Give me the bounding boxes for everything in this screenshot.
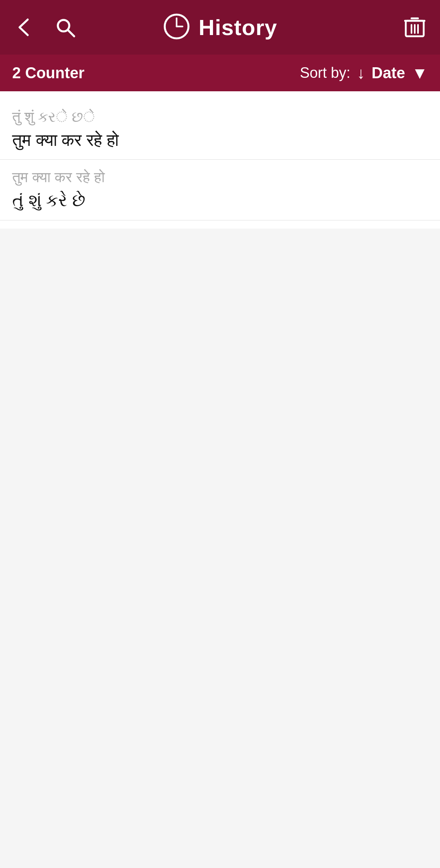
header-center: History xyxy=(163,13,277,42)
delete-history-button[interactable] xyxy=(404,16,425,39)
history-list: तुं शुं કરे છे तुम क्या कर रहे हो तुम क्… xyxy=(0,91,440,229)
source-text: तुं शुं કરे છे xyxy=(12,108,428,127)
sort-bar: 2 Counter Sort by: ↓ Date ▼ xyxy=(0,55,440,91)
source-text: तुम क्या कर रहे हो xyxy=(12,168,428,187)
sort-section[interactable]: Sort by: ↓ Date ▼ xyxy=(300,64,428,82)
sort-field-label: Date xyxy=(372,64,405,82)
svg-line-1 xyxy=(68,30,74,36)
empty-content-area xyxy=(0,229,440,868)
translated-text: तुम क्या कर रहे हो xyxy=(12,129,428,152)
history-item[interactable]: तुम क्या कर रहे हो તું શું કરે છે xyxy=(0,160,440,220)
sort-direction-icon: ↓ xyxy=(357,64,365,82)
counter-label: 2 Counter xyxy=(12,64,84,82)
page-title: History xyxy=(198,15,277,40)
app-header: History xyxy=(0,0,440,55)
clock-icon xyxy=(163,13,190,42)
sort-by-label: Sort by: xyxy=(300,64,350,82)
header-left-actions xyxy=(15,17,76,38)
search-button[interactable] xyxy=(55,17,76,38)
translated-text: તું શું કરે છે xyxy=(12,189,428,212)
sort-chevron-icon[interactable]: ▼ xyxy=(411,64,428,82)
history-item[interactable]: तुं शुं કરे છे तुम क्या कर रहे हो xyxy=(0,99,440,160)
back-button[interactable] xyxy=(15,17,35,37)
